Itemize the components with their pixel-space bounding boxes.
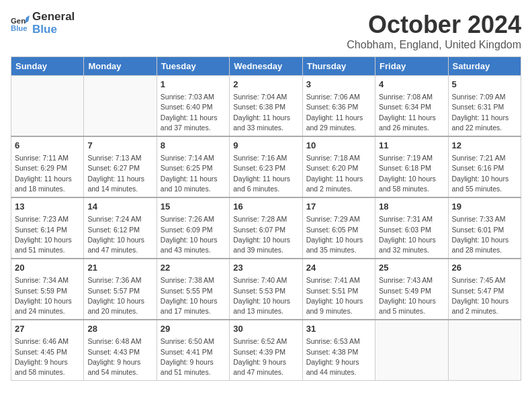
location-subtitle: Chobham, England, United Kingdom bbox=[347, 39, 521, 51]
day-number: 15 bbox=[161, 201, 226, 213]
day-info: Sunrise: 7:45 AMSunset: 5:47 PMDaylight:… bbox=[452, 275, 517, 316]
svg-text:Blue: Blue bbox=[11, 24, 28, 32]
day-number: 8 bbox=[161, 140, 226, 152]
calendar-week-row: 1Sunrise: 7:03 AMSunset: 6:40 PMDaylight… bbox=[11, 76, 521, 137]
calendar-day-cell bbox=[84, 76, 157, 137]
calendar-day-cell: 1Sunrise: 7:03 AMSunset: 6:40 PMDaylight… bbox=[157, 76, 229, 137]
calendar-day-cell: 19Sunrise: 7:33 AMSunset: 6:01 PMDayligh… bbox=[448, 197, 521, 259]
calendar-day-cell: 29Sunrise: 6:50 AMSunset: 4:41 PMDayligh… bbox=[157, 320, 229, 381]
calendar-day-cell: 15Sunrise: 7:26 AMSunset: 6:09 PMDayligh… bbox=[157, 197, 229, 259]
day-info: Sunrise: 6:46 AMSunset: 4:45 PMDaylight:… bbox=[15, 336, 80, 377]
day-info: Sunrise: 6:53 AMSunset: 4:38 PMDaylight:… bbox=[306, 336, 371, 377]
calendar-day-cell: 10Sunrise: 7:18 AMSunset: 6:20 PMDayligh… bbox=[302, 136, 375, 197]
calendar-day-cell bbox=[448, 320, 521, 381]
calendar-day-cell: 13Sunrise: 7:23 AMSunset: 6:14 PMDayligh… bbox=[11, 197, 84, 259]
day-info: Sunrise: 7:40 AMSunset: 5:53 PMDaylight:… bbox=[233, 275, 298, 316]
day-info: Sunrise: 7:11 AMSunset: 6:29 PMDaylight:… bbox=[15, 153, 80, 194]
header: Gen Blue General Blue October 2024 Chobh… bbox=[11, 11, 521, 51]
calendar-day-cell: 7Sunrise: 7:13 AMSunset: 6:27 PMDaylight… bbox=[84, 136, 157, 197]
day-info: Sunrise: 7:04 AMSunset: 6:38 PMDaylight:… bbox=[233, 92, 298, 133]
day-number: 10 bbox=[306, 140, 371, 152]
calendar-day-cell: 4Sunrise: 7:08 AMSunset: 6:34 PMDaylight… bbox=[375, 76, 448, 137]
day-info: Sunrise: 7:18 AMSunset: 6:20 PMDaylight:… bbox=[306, 153, 371, 194]
calendar-day-cell: 12Sunrise: 7:21 AMSunset: 6:16 PMDayligh… bbox=[448, 136, 521, 197]
calendar-day-cell: 6Sunrise: 7:11 AMSunset: 6:29 PMDaylight… bbox=[11, 136, 84, 197]
day-of-week-header: Wednesday bbox=[230, 57, 302, 76]
calendar-day-cell bbox=[375, 320, 448, 381]
calendar-day-cell: 20Sunrise: 7:34 AMSunset: 5:59 PMDayligh… bbox=[11, 259, 84, 320]
day-number: 20 bbox=[15, 262, 80, 274]
calendar-day-cell: 3Sunrise: 7:06 AMSunset: 6:36 PMDaylight… bbox=[302, 76, 375, 137]
day-number: 7 bbox=[87, 140, 152, 152]
logo-line2: Blue bbox=[32, 24, 75, 36]
day-info: Sunrise: 7:43 AMSunset: 5:49 PMDaylight:… bbox=[379, 275, 444, 316]
day-number: 21 bbox=[87, 262, 152, 274]
calendar-day-cell: 14Sunrise: 7:24 AMSunset: 6:12 PMDayligh… bbox=[84, 197, 157, 259]
day-of-week-header: Tuesday bbox=[157, 57, 229, 76]
day-info: Sunrise: 7:06 AMSunset: 6:36 PMDaylight:… bbox=[306, 92, 371, 133]
day-number: 11 bbox=[379, 140, 444, 152]
calendar-day-cell: 18Sunrise: 7:31 AMSunset: 6:03 PMDayligh… bbox=[375, 197, 448, 259]
day-of-week-header: Thursday bbox=[302, 57, 375, 76]
calendar-day-cell: 26Sunrise: 7:45 AMSunset: 5:47 PMDayligh… bbox=[448, 259, 521, 320]
svg-text:Gen: Gen bbox=[11, 17, 26, 25]
day-number: 22 bbox=[161, 262, 226, 274]
day-info: Sunrise: 7:31 AMSunset: 6:03 PMDaylight:… bbox=[379, 214, 444, 255]
day-info: Sunrise: 7:26 AMSunset: 6:09 PMDaylight:… bbox=[161, 214, 226, 255]
calendar-week-row: 27Sunrise: 6:46 AMSunset: 4:45 PMDayligh… bbox=[11, 320, 521, 381]
calendar-week-row: 6Sunrise: 7:11 AMSunset: 6:29 PMDaylight… bbox=[11, 136, 521, 197]
day-of-week-header: Monday bbox=[84, 57, 157, 76]
calendar-day-cell: 11Sunrise: 7:19 AMSunset: 6:18 PMDayligh… bbox=[375, 136, 448, 197]
calendar-day-cell: 24Sunrise: 7:41 AMSunset: 5:51 PMDayligh… bbox=[302, 259, 375, 320]
calendar-day-cell: 21Sunrise: 7:36 AMSunset: 5:57 PMDayligh… bbox=[84, 259, 157, 320]
day-number: 1 bbox=[161, 79, 226, 91]
day-number: 14 bbox=[87, 201, 152, 213]
logo-icon: Gen Blue bbox=[11, 14, 30, 33]
calendar-day-cell: 25Sunrise: 7:43 AMSunset: 5:49 PMDayligh… bbox=[375, 259, 448, 320]
day-number: 28 bbox=[87, 323, 152, 335]
calendar-day-cell: 31Sunrise: 6:53 AMSunset: 4:38 PMDayligh… bbox=[302, 320, 375, 381]
day-number: 30 bbox=[233, 323, 298, 335]
day-number: 6 bbox=[15, 140, 80, 152]
calendar-day-cell: 27Sunrise: 6:46 AMSunset: 4:45 PMDayligh… bbox=[11, 320, 84, 381]
day-info: Sunrise: 7:23 AMSunset: 6:14 PMDaylight:… bbox=[15, 214, 80, 255]
day-number: 24 bbox=[306, 262, 371, 274]
calendar-table: SundayMondayTuesdayWednesdayThursdayFrid… bbox=[11, 56, 521, 381]
day-of-week-header: Sunday bbox=[11, 57, 84, 76]
day-info: Sunrise: 7:41 AMSunset: 5:51 PMDaylight:… bbox=[306, 275, 371, 316]
logo-line1: General bbox=[32, 11, 75, 24]
day-info: Sunrise: 7:13 AMSunset: 6:27 PMDaylight:… bbox=[87, 153, 152, 194]
day-info: Sunrise: 7:36 AMSunset: 5:57 PMDaylight:… bbox=[87, 275, 152, 316]
day-number: 27 bbox=[15, 323, 80, 335]
calendar-day-cell: 22Sunrise: 7:38 AMSunset: 5:55 PMDayligh… bbox=[157, 259, 229, 320]
day-number: 29 bbox=[161, 323, 226, 335]
day-number: 12 bbox=[452, 140, 517, 152]
calendar-day-cell: 30Sunrise: 6:52 AMSunset: 4:39 PMDayligh… bbox=[230, 320, 302, 381]
day-info: Sunrise: 7:33 AMSunset: 6:01 PMDaylight:… bbox=[452, 214, 517, 255]
day-number: 17 bbox=[306, 201, 371, 213]
calendar-week-row: 20Sunrise: 7:34 AMSunset: 5:59 PMDayligh… bbox=[11, 259, 521, 320]
day-info: Sunrise: 7:34 AMSunset: 5:59 PMDaylight:… bbox=[15, 275, 80, 316]
calendar-day-cell: 9Sunrise: 7:16 AMSunset: 6:23 PMDaylight… bbox=[230, 136, 302, 197]
calendar-day-cell: 5Sunrise: 7:09 AMSunset: 6:31 PMDaylight… bbox=[448, 76, 521, 137]
day-info: Sunrise: 7:03 AMSunset: 6:40 PMDaylight:… bbox=[161, 92, 226, 133]
calendar-day-cell: 17Sunrise: 7:29 AMSunset: 6:05 PMDayligh… bbox=[302, 197, 375, 259]
calendar-day-cell: 2Sunrise: 7:04 AMSunset: 6:38 PMDaylight… bbox=[230, 76, 302, 137]
calendar-day-cell bbox=[11, 76, 84, 137]
calendar-day-cell: 8Sunrise: 7:14 AMSunset: 6:25 PMDaylight… bbox=[157, 136, 229, 197]
logo: Gen Blue General Blue bbox=[11, 11, 75, 36]
day-info: Sunrise: 7:09 AMSunset: 6:31 PMDaylight:… bbox=[452, 92, 517, 133]
month-title: October 2024 bbox=[347, 11, 521, 39]
day-info: Sunrise: 6:52 AMSunset: 4:39 PMDaylight:… bbox=[233, 336, 298, 377]
day-info: Sunrise: 7:19 AMSunset: 6:18 PMDaylight:… bbox=[379, 153, 444, 194]
day-info: Sunrise: 7:38 AMSunset: 5:55 PMDaylight:… bbox=[161, 275, 226, 316]
day-number: 25 bbox=[379, 262, 444, 274]
calendar-week-row: 13Sunrise: 7:23 AMSunset: 6:14 PMDayligh… bbox=[11, 197, 521, 259]
day-info: Sunrise: 7:28 AMSunset: 6:07 PMDaylight:… bbox=[233, 214, 298, 255]
calendar-day-cell: 16Sunrise: 7:28 AMSunset: 6:07 PMDayligh… bbox=[230, 197, 302, 259]
day-info: Sunrise: 7:16 AMSunset: 6:23 PMDaylight:… bbox=[233, 153, 298, 194]
calendar-day-cell: 28Sunrise: 6:48 AMSunset: 4:43 PMDayligh… bbox=[84, 320, 157, 381]
day-of-week-header: Saturday bbox=[448, 57, 521, 76]
day-info: Sunrise: 7:24 AMSunset: 6:12 PMDaylight:… bbox=[87, 214, 152, 255]
day-number: 13 bbox=[15, 201, 80, 213]
